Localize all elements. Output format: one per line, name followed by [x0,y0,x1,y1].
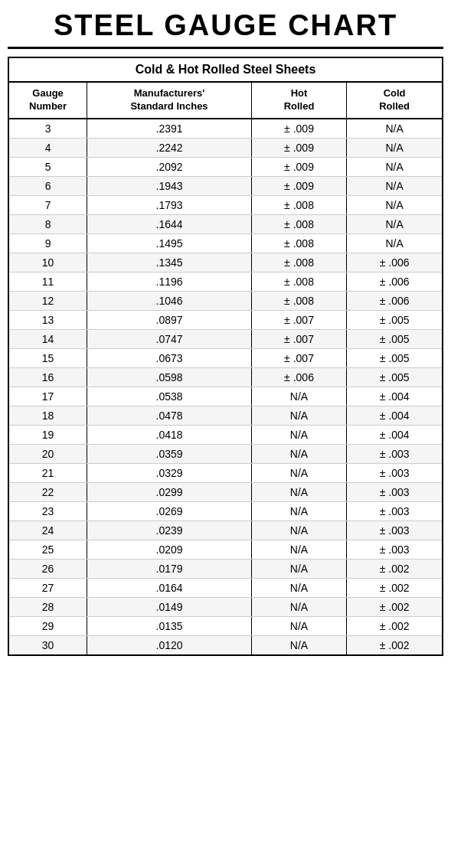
cell-hot: N/A [251,616,346,635]
cell-hot: ± .009 [251,138,346,157]
table-row: 26.0179N/A± .002 [9,559,442,578]
cell-gauge: 13 [9,310,87,329]
cell-gauge: 26 [9,559,87,578]
cell-gauge: 8 [9,214,87,233]
table-row: 11.1196± .008± .006 [9,272,442,291]
table-row: 9.1495± .008N/A [9,233,442,253]
cell-gauge: 4 [9,138,87,157]
cell-cold: ± .005 [347,367,442,387]
table-row: 28.0149N/A± .002 [9,597,442,616]
table-row: 13.0897± .007± .005 [9,310,442,329]
table-row: 30.0120N/A± .002 [9,635,442,654]
cell-gauge: 12 [9,291,87,310]
cell-gauge: 11 [9,272,87,291]
cell-hot: N/A [251,501,346,520]
page-title: STEEL GAUGE CHART [8,9,443,49]
table-row: 10.1345± .008± .006 [9,253,442,272]
cell-gauge: 15 [9,348,87,367]
cell-mfr: .0747 [87,329,252,348]
chart-subtitle: Cold & Hot Rolled Steel Sheets [9,58,442,83]
cell-mfr: .0299 [87,482,252,501]
table-row: 20.0359N/A± .003 [9,444,442,463]
cell-hot: N/A [251,425,346,444]
cell-mfr: .0418 [87,425,252,444]
cell-cold: ± .002 [347,616,442,635]
table-row: 3.2391± .009N/A [9,119,442,139]
cell-cold: N/A [347,233,442,253]
cell-mfr: .2391 [87,119,252,139]
cell-mfr: .0897 [87,310,252,329]
cell-cold: ± .002 [347,559,442,578]
cell-mfr: .0359 [87,444,252,463]
cell-cold: ± .005 [347,329,442,348]
cell-cold: ± .004 [347,425,442,444]
chart-container: Cold & Hot Rolled Steel Sheets GaugeNumb… [8,57,443,656]
cell-gauge: 22 [9,482,87,501]
cell-hot: ± .008 [251,214,346,233]
cell-gauge: 30 [9,635,87,654]
cell-hot: ± .007 [251,310,346,329]
cell-mfr: .0135 [87,616,252,635]
cell-hot: ± .009 [251,157,346,176]
cell-mfr: .0179 [87,559,252,578]
cell-gauge: 28 [9,597,87,616]
cell-hot: N/A [251,597,346,616]
cell-mfr: .0478 [87,406,252,425]
cell-gauge: 5 [9,157,87,176]
table-row: 18.0478N/A± .004 [9,406,442,425]
cell-hot: ± .008 [251,233,346,253]
table-row: 5.2092± .009N/A [9,157,442,176]
cell-gauge: 6 [9,176,87,195]
cell-mfr: .2092 [87,157,252,176]
cell-cold: ± .003 [347,482,442,501]
cell-gauge: 10 [9,253,87,272]
cell-mfr: .0673 [87,348,252,367]
cell-cold: ± .002 [347,635,442,654]
cell-gauge: 7 [9,195,87,214]
cell-cold: ± .005 [347,348,442,367]
cell-hot: ± .009 [251,176,346,195]
cell-hot: N/A [251,559,346,578]
cell-cold: ± .006 [347,291,442,310]
cell-hot: N/A [251,520,346,540]
cell-cold: ± .002 [347,597,442,616]
cell-mfr: .0120 [87,635,252,654]
table-row: 17.0538N/A± .004 [9,387,442,406]
cell-cold: N/A [347,157,442,176]
table-row: 15.0673± .007± .005 [9,348,442,367]
cell-hot: N/A [251,482,346,501]
table-row: 16.0598± .006± .005 [9,367,442,387]
cell-mfr: .0149 [87,597,252,616]
cell-hot: ± .007 [251,329,346,348]
cell-gauge: 27 [9,578,87,597]
table-row: 8.1644± .008N/A [9,214,442,233]
cell-cold: ± .004 [347,406,442,425]
table-row: 27.0164N/A± .002 [9,578,442,597]
cell-cold: ± .005 [347,310,442,329]
gauge-table: GaugeNumber Manufacturers'Standard Inche… [9,83,442,654]
cell-cold: ± .003 [347,520,442,540]
cell-cold: N/A [347,176,442,195]
cell-gauge: 14 [9,329,87,348]
table-row: 23.0269N/A± .003 [9,501,442,520]
table-row: 14.0747± .007± .005 [9,329,442,348]
table-row: 4.2242± .009N/A [9,138,442,157]
cell-mfr: .1345 [87,253,252,272]
col-header-cold: ColdRolled [347,83,442,119]
cell-gauge: 21 [9,463,87,482]
cell-cold: N/A [347,214,442,233]
cell-cold: ± .006 [347,272,442,291]
cell-gauge: 17 [9,387,87,406]
cell-mfr: .1644 [87,214,252,233]
cell-cold: N/A [347,195,442,214]
cell-hot: N/A [251,406,346,425]
cell-cold: N/A [347,138,442,157]
cell-hot: ± .006 [251,367,346,387]
cell-gauge: 18 [9,406,87,425]
table-row: 22.0299N/A± .003 [9,482,442,501]
cell-cold: ± .003 [347,540,442,559]
cell-cold: ± .002 [347,578,442,597]
cell-cold: ± .006 [347,253,442,272]
cell-gauge: 16 [9,367,87,387]
cell-mfr: .1046 [87,291,252,310]
